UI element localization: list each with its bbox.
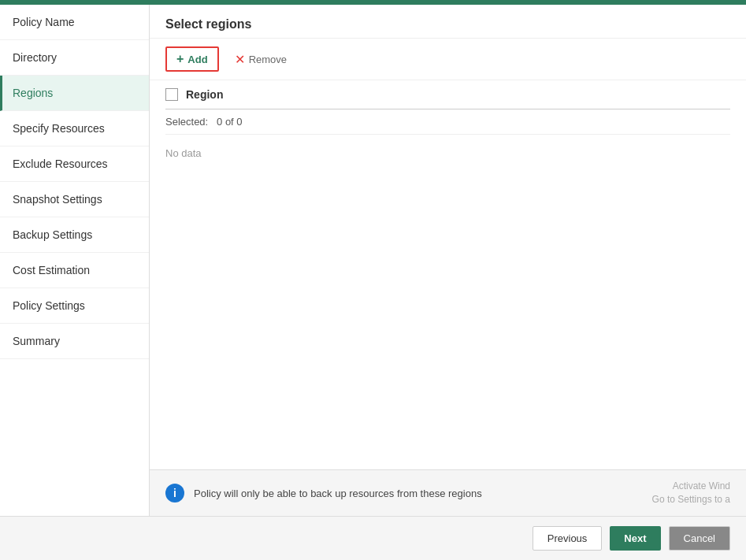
column-region-header: Region [186,88,223,101]
cancel-button[interactable]: Cancel [669,526,730,551]
sidebar: Policy Name Directory Regions Specify Re… [0,5,150,516]
plus-icon: + [176,52,184,66]
next-button[interactable]: Next [610,526,660,551]
previous-button[interactable]: Previous [533,526,603,551]
sidebar-item-exclude-resources[interactable]: Exclude Resources [0,146,149,182]
content-header: Select regions [150,5,746,39]
add-button[interactable]: + Add [165,46,219,72]
sidebar-item-summary[interactable]: Summary [0,324,149,359]
sidebar-item-policy-name[interactable]: Policy Name [0,5,149,40]
toolbar: + Add ✕ Remove [150,39,746,80]
main-container: Policy Name Directory Regions Specify Re… [0,5,746,516]
x-icon: ✕ [235,52,245,67]
sidebar-item-directory[interactable]: Directory [0,40,149,76]
no-data-message: No data [165,135,730,172]
info-message: Policy will only be able to back up reso… [194,488,643,499]
sidebar-item-policy-settings[interactable]: Policy Settings [0,288,149,324]
sidebar-item-cost-estimation[interactable]: Cost Estimation [0,253,149,288]
add-button-label: Add [187,54,207,65]
remove-button-label: Remove [249,54,287,65]
sidebar-item-backup-settings[interactable]: Backup Settings [0,217,149,253]
sidebar-item-snapshot-settings[interactable]: Snapshot Settings [0,182,149,217]
page-title: Select regions [165,17,730,32]
footer: Previous Next Cancel [0,516,746,560]
info-bar: i Policy will only be able to back up re… [150,469,746,516]
sidebar-item-regions[interactable]: Regions [0,76,149,111]
select-all-checkbox[interactable] [165,88,178,101]
info-icon: i [165,484,184,503]
selected-count: 0 of 0 [217,116,243,128]
selected-info: Selected: 0 of 0 [165,109,730,135]
table-header: Region [165,80,730,109]
remove-button[interactable]: ✕ Remove [225,48,296,71]
table-area: Region Selected: 0 of 0 No data [150,80,746,469]
sidebar-item-specify-resources[interactable]: Specify Resources [0,111,149,146]
selected-label: Selected: [165,116,208,128]
content-area: Select regions + Add ✕ Remove Region Sel… [150,5,746,516]
activate-windows-text: Activate Wind Go to Settings to a [652,480,730,506]
